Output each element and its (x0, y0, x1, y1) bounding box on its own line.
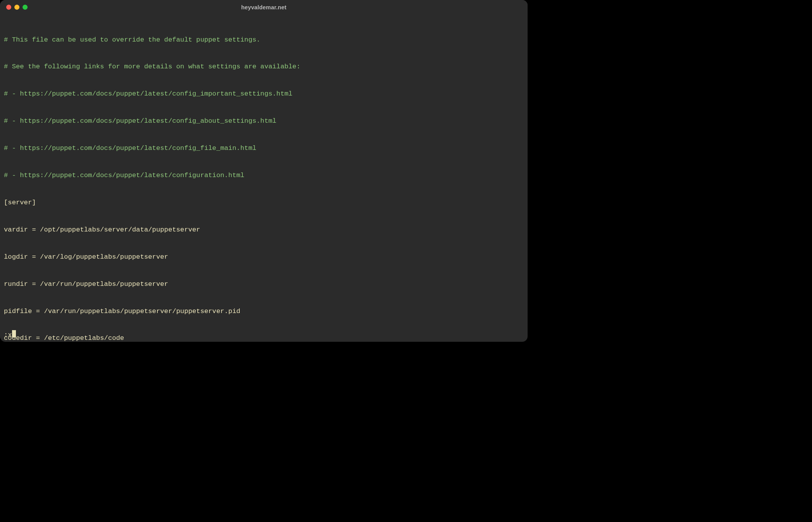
config-line: logdir = /var/log/puppetlabs/puppetserve… (4, 252, 524, 261)
window-title: heyvaldemar.net (0, 4, 528, 10)
config-line: pidfile = /var/run/puppetlabs/puppetserv… (4, 307, 524, 316)
config-line: vardir = /opt/puppetlabs/server/data/pup… (4, 225, 524, 234)
comment-line: # - https://puppet.com/docs/puppet/lates… (4, 144, 524, 153)
cursor-block-icon (12, 330, 16, 338)
comment-line: # - https://puppet.com/docs/puppet/lates… (4, 89, 524, 98)
vim-command-line[interactable]: :x (4, 330, 16, 339)
comment-line: # - https://puppet.com/docs/puppet/lates… (4, 117, 524, 125)
comment-line: # This file can be used to override the … (4, 35, 524, 44)
editor-viewport[interactable]: # This file can be used to override the … (0, 15, 528, 342)
config-line: rundir = /var/run/puppetlabs/puppetserve… (4, 280, 524, 289)
traffic-lights (6, 5, 28, 10)
zoom-icon[interactable] (23, 5, 28, 10)
comment-line: # - https://puppet.com/docs/puppet/lates… (4, 171, 524, 180)
minimize-icon[interactable] (14, 5, 19, 10)
title-bar: heyvaldemar.net (0, 0, 528, 15)
comment-line: # See the following links for more detai… (4, 62, 524, 71)
vim-command-text: :x (4, 331, 12, 339)
config-line: [server] (4, 198, 524, 207)
terminal-window: heyvaldemar.net # This file can be used … (0, 0, 528, 342)
close-icon[interactable] (6, 5, 11, 10)
config-line: codedir = /etc/puppetlabs/code (4, 334, 524, 342)
